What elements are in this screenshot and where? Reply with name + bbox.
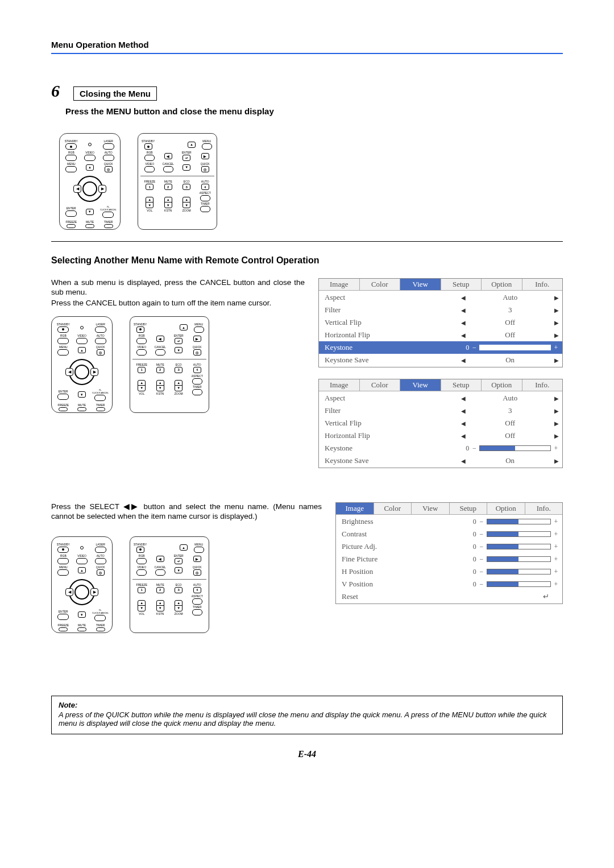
osd-item-label: Fine Picture — [342, 555, 468, 564]
rm-label: RGB — [147, 151, 153, 154]
right-icon: ▶ — [98, 185, 106, 193]
osd-tab: Color — [360, 279, 401, 291]
num-btn: 4 — [201, 184, 209, 190]
osd-row: Picture Adj.0−+ — [336, 540, 562, 553]
osd-row: Filter◀3▶ — [319, 304, 562, 316]
osd-row: Brightness0−+ — [336, 515, 562, 528]
step-instruction: Press the MENU button and close the menu… — [65, 106, 563, 116]
left-arrow-icon: ◀ — [461, 307, 466, 313]
osd-row: Fine Picture0−+ — [336, 553, 562, 565]
osd-tab: View — [412, 503, 450, 515]
osd-row: Keystone Save◀On▶ — [319, 354, 562, 366]
right-arrow-icon: ▶ — [554, 295, 559, 301]
osd-item-label: Aspect — [325, 293, 461, 302]
quick-icon: ◎ — [105, 166, 113, 172]
osd-tab: Info. — [522, 279, 563, 291]
up-icon: ▲ — [86, 164, 94, 171]
osd-item-label: Filter — [325, 406, 461, 415]
rm-label: ASPECT — [200, 191, 211, 195]
rm-label: VIDEO — [145, 162, 154, 166]
rm-label: ZOOM — [182, 209, 191, 212]
rm-label: TIMER — [104, 220, 113, 224]
plus-icon: + — [553, 580, 559, 589]
osd-tabs: ImageColorViewSetupOptionInfo. — [319, 279, 562, 291]
osd-row: Reset↵ — [336, 590, 562, 603]
slider-bar — [479, 345, 551, 350]
osd-tab: Info. — [522, 379, 563, 391]
left-arrow-icon: ◀ — [461, 320, 466, 326]
right-arrow-icon: ▶ — [554, 307, 559, 313]
plus-icon: + — [553, 555, 559, 564]
step-number: 6 — [51, 82, 60, 100]
osd-tab: View — [400, 379, 441, 391]
osd-item-label: H Position — [342, 567, 468, 576]
osd-value: On — [469, 456, 551, 465]
section-heading: Selecting Another Menu Name with Remote … — [51, 255, 563, 266]
osd-item-label: Brightness — [342, 517, 468, 526]
page-header: Menu Operation Method — [51, 40, 563, 53]
rm-label: QUICK — [104, 162, 113, 166]
slider-bar — [487, 519, 551, 524]
osd-value: On — [469, 356, 551, 365]
num-btn: 1 — [146, 184, 154, 190]
rm-label: AUTO — [105, 151, 113, 154]
kstn-rocker: ▲▼ — [164, 197, 172, 208]
block-select: Press the SELECT ◀▶ button and select th… — [51, 502, 563, 644]
osd-item-label: Vertical Flip — [325, 419, 461, 428]
note-body: A press of the QUICK button while the me… — [59, 710, 555, 728]
osd-view-plain: ImageColorViewSetupOptionInfo. Aspect◀Au… — [318, 379, 563, 468]
para-1a: When a sub menu is displayed, press the … — [51, 278, 305, 297]
osd-value: 0 — [461, 344, 469, 352]
slider-bar — [479, 445, 551, 451]
remote-small: STANDBY LASER RGB VIDEO AUTO MENU ▲ QUIC… — [59, 133, 121, 230]
minus-icon: − — [479, 568, 484, 576]
left-arrow-icon: ◀ — [461, 357, 466, 363]
left-arrow-icon: ◀ — [461, 420, 466, 427]
header-rule — [51, 53, 563, 54]
slider-bar — [487, 581, 551, 587]
left-arrow-icon: ◀ — [461, 332, 466, 338]
osd-item-label: Filter — [325, 305, 461, 315]
down-icon: ▼ — [86, 209, 94, 215]
osd-item-label: Keystone — [325, 343, 461, 352]
enter-icon: ↵ — [182, 155, 190, 161]
minus-icon: − — [479, 580, 484, 589]
rm-label: VIDEO — [85, 151, 94, 154]
slider-bar — [487, 531, 551, 537]
osd-row: V Position0−+ — [336, 578, 562, 590]
block-cancel: When a sub menu is displayed, press the … — [51, 278, 563, 480]
osd-value: 0 — [468, 518, 476, 526]
rm-label: CANCEL — [163, 162, 174, 166]
plus-icon: + — [553, 530, 559, 539]
note-title: Note: — [59, 701, 555, 709]
osd-value: Off — [469, 431, 551, 440]
osd-item-label: Horizontal Flip — [325, 330, 461, 340]
remote-card: STANDBY▲MENU RGB◀ENTER↵▶ VIDEOCANCEL▼QUI… — [130, 536, 209, 633]
right-arrow-icon: ▶ — [554, 357, 559, 363]
slider-bar — [487, 556, 551, 562]
osd-value: 3 — [469, 305, 551, 315]
plus-icon: + — [553, 518, 559, 526]
osd-row: Keystone0−+ — [319, 341, 562, 354]
slider-bar — [487, 569, 551, 574]
osd-value: 0 — [468, 530, 476, 539]
osd-row: H Position0−+ — [336, 565, 562, 578]
osd-item-label: Keystone — [325, 444, 461, 453]
quick-icon: ◎ — [201, 166, 209, 172]
osd-item-label: Horizontal Flip — [325, 431, 461, 440]
remote-illustrations-1: STANDBY LASER RGB VIDEO AUTO MENU ▲ QUIC… — [59, 133, 563, 230]
osd-row: Keystone0−+ — [319, 442, 562, 454]
rm-label: LASER — [103, 139, 113, 143]
osd-row: Vertical Flip◀Off▶ — [319, 316, 562, 329]
remote-small: STANDBYLASER RGBVIDEOAUTO MENU▲QUICK◎ ◀▶… — [51, 536, 113, 633]
plus-icon: + — [553, 568, 559, 576]
zoom-rocker: ▲▼ — [182, 197, 190, 208]
osd-tab: Option — [482, 279, 522, 291]
step-6: 6 Closing the Menu Press the MENU button… — [51, 70, 563, 116]
left-arrow-icon: ◀ — [461, 408, 466, 414]
rm-label: R-CLICK/CANCEL — [100, 205, 117, 211]
page-number: E-44 — [51, 749, 563, 759]
left-arrow-icon: ◀ — [461, 433, 466, 439]
rm-label: MUTE — [86, 220, 94, 224]
osd-tab: Image — [336, 503, 374, 515]
